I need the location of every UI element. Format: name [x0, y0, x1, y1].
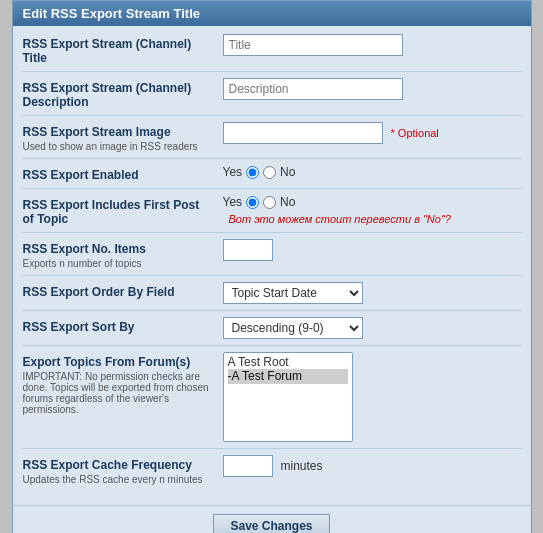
form-body: RSS Export Stream (Channel) Title RSS Ex…	[13, 26, 531, 505]
first-post-yes-radio[interactable]	[246, 196, 259, 209]
sort-by-select[interactable]: Descending (9-0) Ascending (0-9)	[223, 317, 363, 339]
label-order-by: RSS Export Order By Field	[23, 282, 223, 299]
order-by-select[interactable]: Topic Start Date Topic Last Post Date To…	[223, 282, 363, 304]
label-sort-by: RSS Export Sort By	[23, 317, 223, 334]
enabled-yes-radio[interactable]	[246, 166, 259, 179]
row-export-forums: Export Topics From Forum(s) IMPORTANT: N…	[23, 352, 521, 449]
label-channel-title: RSS Export Stream (Channel) Title	[23, 34, 223, 65]
input-col-order: Topic Start Date Topic Last Post Date To…	[223, 282, 521, 304]
row-channel-title: RSS Export Stream (Channel) Title	[23, 34, 521, 72]
first-post-annotation: Вот это можем стоит перевести в "No"?	[229, 213, 451, 225]
label-export-forums: Export Topics From Forum(s) IMPORTANT: N…	[23, 352, 223, 415]
first-post-no-radio[interactable]	[263, 196, 276, 209]
optional-label: * Optional	[391, 127, 439, 139]
channel-title-input[interactable]	[223, 34, 403, 56]
dialog-title: Edit RSS Export Stream Title	[13, 1, 531, 26]
input-col-title	[223, 34, 521, 56]
cache-frequency-input[interactable]: 60	[223, 455, 273, 477]
dialog-footer: Save Changes	[13, 505, 531, 533]
save-button[interactable]: Save Changes	[213, 514, 329, 533]
input-col-items: 10	[223, 239, 521, 261]
label-channel-description: RSS Export Stream (Channel) Description	[23, 78, 223, 109]
input-col-forums: A Test Root -A Test Forum	[223, 352, 521, 442]
channel-description-input[interactable]	[223, 78, 403, 100]
row-rss-enabled: RSS Export Enabled Yes No	[23, 165, 521, 189]
minutes-label: minutes	[281, 459, 323, 473]
row-first-post: RSS Export Includes First Post of Topic …	[23, 195, 521, 233]
row-order-by: RSS Export Order By Field Topic Start Da…	[23, 282, 521, 311]
row-no-items: RSS Export No. Items Exports n number of…	[23, 239, 521, 276]
no-label-first-post: No	[280, 195, 295, 209]
row-channel-description: RSS Export Stream (Channel) Description	[23, 78, 521, 116]
enabled-no-radio[interactable]	[263, 166, 276, 179]
first-post-radio-group: Yes No	[223, 195, 296, 209]
input-col-enabled: Yes No	[223, 165, 521, 179]
row-channel-image: RSS Export Stream Image Used to show an …	[23, 122, 521, 159]
input-col-description	[223, 78, 521, 100]
label-cache-frequency: RSS Export Cache Frequency Updates the R…	[23, 455, 223, 485]
forums-listbox[interactable]: A Test Root -A Test Forum	[223, 352, 353, 442]
row-cache-frequency: RSS Export Cache Frequency Updates the R…	[23, 455, 521, 491]
label-channel-image: RSS Export Stream Image Used to show an …	[23, 122, 223, 152]
no-items-input[interactable]: 10	[223, 239, 273, 261]
input-col-sort: Descending (9-0) Ascending (0-9)	[223, 317, 521, 339]
input-col-image: * Optional	[223, 122, 521, 144]
enabled-radio-group: Yes No	[223, 165, 296, 179]
input-col-cache: 60 minutes	[223, 455, 521, 477]
input-col-first-post: Yes No Вот это можем стоит перевести в "…	[223, 195, 521, 225]
label-no-items: RSS Export No. Items Exports n number of…	[23, 239, 223, 269]
no-label-enabled: No	[280, 165, 295, 179]
label-rss-enabled: RSS Export Enabled	[23, 165, 223, 182]
row-sort-by: RSS Export Sort By Descending (9-0) Asce…	[23, 317, 521, 346]
yes-label-enabled: Yes	[223, 165, 243, 179]
edit-rss-dialog: Edit RSS Export Stream Title RSS Export …	[12, 0, 532, 533]
yes-label-first-post: Yes	[223, 195, 243, 209]
label-first-post: RSS Export Includes First Post of Topic	[23, 195, 223, 226]
channel-image-input[interactable]	[223, 122, 383, 144]
